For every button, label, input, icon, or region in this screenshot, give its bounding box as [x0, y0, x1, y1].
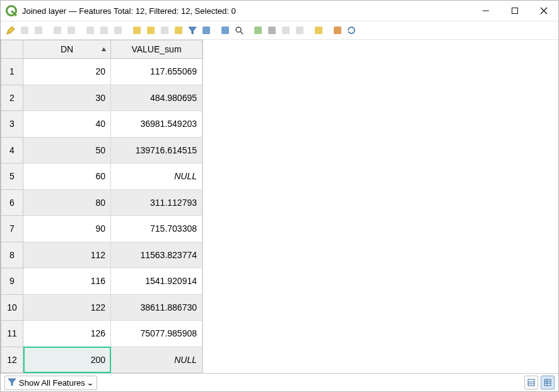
attribute-table[interactable]: DN VALUE_sum 120117.655069230484.9806953…	[1, 40, 203, 373]
row-header[interactable]: 10	[1, 294, 23, 321]
row-header[interactable]: 2	[1, 85, 23, 111]
cell-dn[interactable]: 40	[23, 111, 111, 138]
table-row[interactable]: 811211563.823774	[1, 242, 203, 268]
cell-value-sum[interactable]: 139716.614515	[111, 137, 203, 163]
cell-value-sum[interactable]: 484.980695	[111, 85, 203, 111]
row-header[interactable]: 5	[1, 163, 23, 190]
row-header[interactable]: 6	[1, 189, 23, 216]
table-row[interactable]: 230484.980695	[1, 85, 203, 111]
cell-dn[interactable]: 112	[23, 242, 111, 268]
cell-value-sum[interactable]: 1541.920914	[111, 268, 203, 295]
cell-dn[interactable]: 80	[23, 189, 111, 216]
svg-rect-7	[54, 27, 61, 34]
svg-marker-28	[102, 47, 106, 51]
cell-value-sum[interactable]: 715.703308	[111, 216, 203, 242]
conditional-format-icon[interactable]	[293, 24, 306, 37]
cell-dn[interactable]: 60	[23, 163, 111, 190]
svg-rect-31	[528, 379, 534, 386]
svg-rect-17	[203, 27, 210, 34]
maximize-button[interactable]	[500, 1, 529, 21]
table-row[interactable]: 790715.703308	[1, 216, 203, 242]
row-header[interactable]: 12	[1, 347, 23, 373]
cell-value-sum[interactable]: 311.112793	[111, 189, 203, 216]
cell-dn[interactable]: 30	[23, 85, 111, 111]
svg-rect-6	[35, 27, 42, 34]
filter-select-icon[interactable]	[172, 24, 185, 37]
svg-marker-27	[348, 31, 350, 33]
row-header[interactable]: 9	[1, 268, 23, 295]
window-controls	[471, 1, 558, 21]
move-top-icon[interactable]	[200, 24, 213, 37]
table-row[interactable]: 450139716.614515	[1, 137, 203, 163]
delete-feature-icon[interactable]	[65, 24, 78, 37]
cell-dn[interactable]: 126	[23, 321, 111, 347]
delete-col-icon[interactable]	[266, 24, 278, 37]
table-row[interactable]: 120117.655069	[1, 59, 203, 85]
expr-select-icon[interactable]	[131, 24, 143, 37]
table-row[interactable]: 680311.112793	[1, 189, 203, 216]
cell-value-sum[interactable]: 38611.886730	[111, 294, 203, 321]
field-calc-icon[interactable]	[280, 24, 292, 37]
cell-value-sum[interactable]: NULL	[111, 347, 203, 373]
row-header[interactable]: 3	[1, 111, 23, 138]
copy-icon[interactable]	[98, 24, 110, 37]
filter-funnel-icon[interactable]	[186, 24, 199, 37]
table-row[interactable]: 560NULL	[1, 163, 203, 190]
pan-to-icon[interactable]	[219, 24, 232, 37]
table-row[interactable]: 1112675077.985908	[1, 321, 203, 347]
table-row[interactable]: 1012238611.886730	[1, 294, 203, 321]
svg-rect-2	[512, 8, 518, 14]
sort-asc-icon	[101, 44, 107, 54]
dock-icon[interactable]	[312, 24, 325, 37]
svg-rect-12	[133, 27, 141, 34]
deselect-icon[interactable]	[158, 24, 171, 37]
row-header[interactable]: 11	[1, 321, 23, 347]
add-feature-icon[interactable]	[51, 24, 64, 37]
cell-dn[interactable]: 90	[23, 216, 111, 242]
cell-value-sum[interactable]: 75077.985908	[111, 321, 203, 347]
row-header[interactable]: 8	[1, 242, 23, 268]
svg-rect-34	[544, 379, 551, 386]
table-view-button[interactable]	[541, 376, 555, 389]
select-all-icon[interactable]	[18, 24, 31, 37]
paste-icon[interactable]	[112, 24, 124, 37]
toolbar	[1, 21, 558, 40]
cell-value-sum[interactable]: 36981.549203	[111, 111, 203, 138]
cut-icon[interactable]	[84, 24, 97, 37]
cell-dn[interactable]: 122	[23, 294, 111, 321]
cell-dn[interactable]: 20	[23, 59, 111, 85]
filter-mode-button[interactable]: Show All Features	[4, 376, 97, 390]
cell-dn[interactable]: 200	[23, 347, 111, 373]
corner-header[interactable]	[1, 40, 23, 59]
row-header[interactable]: 4	[1, 137, 23, 163]
edit-pencil-icon[interactable]	[4, 24, 17, 37]
minimize-button[interactable]	[471, 1, 500, 21]
svg-rect-5	[21, 27, 28, 34]
table-filler	[203, 40, 558, 373]
save-edits-icon[interactable]	[32, 24, 45, 37]
table-row[interactable]: 34036981.549203	[1, 111, 203, 138]
svg-rect-24	[296, 27, 303, 34]
column-label: DN	[61, 44, 73, 54]
svg-marker-29	[8, 379, 16, 386]
select-all-rows-icon[interactable]	[144, 24, 157, 37]
column-label: VALUE_sum	[131, 44, 181, 54]
zoom-to-icon[interactable]	[233, 24, 245, 37]
cell-value-sum[interactable]: 117.655069	[111, 59, 203, 85]
close-button[interactable]	[529, 1, 558, 21]
reload-icon[interactable]	[345, 24, 358, 37]
column-header-dn[interactable]: DN	[23, 40, 111, 59]
cell-dn[interactable]: 116	[23, 268, 111, 295]
table-row[interactable]: 91161541.920914	[1, 268, 203, 295]
cell-value-sum[interactable]: NULL	[111, 163, 203, 190]
form-view-button[interactable]	[524, 376, 538, 389]
actions-icon[interactable]	[331, 24, 344, 37]
cell-dn[interactable]: 50	[23, 137, 111, 163]
row-header[interactable]: 1	[1, 59, 23, 85]
column-header-value-sum[interactable]: VALUE_sum	[111, 40, 203, 59]
statusbar: Show All Features	[1, 373, 558, 391]
row-header[interactable]: 7	[1, 216, 23, 242]
table-row[interactable]: 12200NULL	[1, 347, 203, 373]
cell-value-sum[interactable]: 11563.823774	[111, 242, 203, 268]
new-col-icon[interactable]	[252, 24, 264, 37]
